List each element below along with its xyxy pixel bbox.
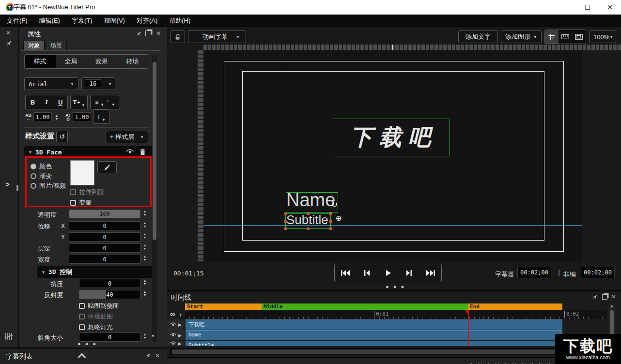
menu-file[interactable]: 文件(F): [7, 16, 28, 25]
offset-y-field[interactable]: 0: [69, 232, 140, 242]
delete-trash-icon[interactable]: [140, 149, 146, 155]
close-button[interactable]: ✕: [599, 0, 621, 15]
scroll-down-arrow[interactable]: ▼: [151, 334, 155, 338]
checkbox-map-to-sides[interactable]: [79, 303, 85, 309]
name-object-selection[interactable]: Name: [286, 192, 338, 212]
titles-list-pin-icon[interactable]: [144, 352, 151, 359]
opacity-spinner[interactable]: ▲▼: [142, 210, 148, 216]
track2-clip[interactable]: Name: [186, 330, 562, 340]
menu-help[interactable]: 帮助(H): [169, 16, 190, 25]
go-to-start-button[interactable]: [335, 264, 356, 282]
keyframe-tally-icon[interactable]: [4, 332, 14, 341]
depth-spinner[interactable]: ▲▼: [142, 243, 148, 250]
tab-scene[interactable]: 场景: [46, 41, 67, 50]
pin-icon[interactable]: [135, 30, 142, 37]
kerning-spinner[interactable]: ▲▼: [54, 114, 60, 121]
handle-mr[interactable]: [329, 220, 332, 223]
track1-eye-icon[interactable]: [170, 322, 176, 327]
offset-x-spinner[interactable]: ▲▼: [142, 221, 148, 228]
text-transform-button[interactable]: T+▼: [70, 95, 88, 109]
handle-bm[interactable]: [307, 228, 310, 230]
segment-middle[interactable]: Middle: [262, 303, 468, 310]
radio-image-video[interactable]: [31, 183, 36, 189]
play-button[interactable]: [377, 264, 399, 282]
add-shape-button[interactable]: 添加图形▼: [501, 30, 542, 43]
eyedropper-button[interactable]: [97, 161, 117, 173]
kerning-field[interactable]: 1.00: [33, 112, 52, 122]
lock-button[interactable]: [171, 30, 185, 43]
canvas-resize-handle[interactable]: ● ● ●: [386, 284, 405, 289]
zoom-select[interactable]: 100%▼: [589, 30, 616, 43]
track3-clip[interactable]: Subtitle: [186, 341, 562, 346]
color-swatch[interactable]: [70, 160, 94, 185]
bevel-spinner[interactable]: ▲▼: [142, 333, 148, 339]
track2-eye-icon[interactable]: [170, 333, 176, 337]
title-object-text[interactable]: 下载吧: [333, 119, 450, 156]
underline-button[interactable]: U: [53, 99, 67, 106]
checkbox-stretch-to-segment[interactable]: [70, 189, 76, 195]
checkbox-ignore-lights[interactable]: [79, 324, 85, 330]
track1-expand-icon[interactable]: ▶: [178, 322, 182, 327]
minimize-button[interactable]: —: [554, 0, 576, 15]
go-to-end-button[interactable]: [420, 264, 441, 282]
extrude-field[interactable]: 0: [79, 279, 140, 288]
radio-gradient[interactable]: [31, 173, 36, 179]
reflect-slider[interactable]: 40: [79, 290, 140, 299]
track3-expand-icon[interactable]: ▶: [178, 341, 182, 346]
timeline-float-icon[interactable]: [602, 294, 607, 300]
timeline-hscrollbar[interactable]: [171, 348, 607, 355]
nle-duration-field[interactable]: 00:02;00: [581, 267, 615, 278]
font-family-select[interactable]: Arial▼: [24, 77, 78, 90]
track3-eye-icon[interactable]: [170, 341, 176, 346]
subtab-global[interactable]: 全局: [56, 55, 87, 68]
subtab-transition[interactable]: 转场: [117, 55, 148, 68]
reflect-spinner[interactable]: ▲▼: [142, 290, 148, 297]
rail-close-icon[interactable]: ✕: [6, 30, 11, 36]
menu-align[interactable]: 对齐(A): [137, 16, 157, 25]
timeline-ruler[interactable]: 0:01 0:02: [185, 310, 606, 319]
track1-clip[interactable]: 下载吧: [186, 319, 562, 330]
panel-close-icon[interactable]: ✕: [156, 30, 161, 37]
timeline-close-icon[interactable]: ✕: [611, 293, 616, 300]
leading-field[interactable]: 1.00: [73, 112, 91, 122]
previous-frame-button[interactable]: [356, 264, 377, 282]
maximize-button[interactable]: ☐: [576, 0, 599, 15]
width-spinner[interactable]: ▲▼: [142, 255, 148, 261]
checkbox-environment-map[interactable]: [79, 314, 85, 319]
menu-title[interactable]: 字幕(T): [72, 16, 93, 25]
add-style-layer-button[interactable]: + 样式层▼: [106, 131, 148, 143]
handle-tm[interactable]: [307, 212, 310, 215]
canvas-viewport[interactable]: 下载吧 Name ↻ Subtitle ⊕: [203, 50, 582, 261]
panel-drag-handle[interactable]: ●●●: [16, 185, 19, 191]
segment-end[interactable]: End: [468, 303, 562, 310]
collapse-up-icon[interactable]: [78, 353, 86, 362]
grid-toggle[interactable]: [545, 30, 559, 44]
segment-start[interactable]: Start: [185, 303, 262, 310]
loop-icon[interactable]: ∞: [170, 311, 175, 318]
subtitle-object-selection[interactable]: Subtitle: [285, 213, 331, 229]
hscroll-thumb[interactable]: [172, 349, 559, 354]
text-style-button[interactable]: T▼: [93, 109, 109, 124]
handle-br[interactable]: [329, 228, 332, 230]
panel-resize-handle[interactable]: ● ● ●: [78, 341, 97, 347]
line-spacing-button[interactable]: ÷: [106, 99, 109, 106]
timeline-pin-icon[interactable]: [591, 294, 598, 301]
opacity-slider[interactable]: 100: [69, 210, 140, 218]
next-frame-button[interactable]: [399, 264, 420, 282]
subtab-effect[interactable]: 效果: [86, 55, 117, 68]
playhead-line[interactable]: [468, 310, 469, 346]
track2-expand-icon[interactable]: ▶: [178, 333, 182, 338]
vscroll-up-arrow[interactable]: ▲: [610, 304, 614, 308]
title-object-selection[interactable]: 下载吧: [333, 119, 450, 156]
font-size-select[interactable]: 16▼: [81, 77, 115, 90]
playhead-marker[interactable]: [465, 310, 470, 314]
safe-area-toggle[interactable]: [572, 30, 586, 44]
collapse-chevron-icon[interactable]: ▼: [29, 150, 31, 154]
float-panel-icon[interactable]: [145, 30, 151, 36]
align-button[interactable]: ≡: [95, 99, 98, 106]
add-track-icon[interactable]: +: [179, 311, 183, 318]
menu-view[interactable]: 视图(V): [104, 16, 125, 25]
width-field[interactable]: 0: [69, 255, 140, 264]
panel-scrollbar-thumb[interactable]: [153, 62, 156, 240]
offset-x-field[interactable]: 0: [69, 221, 140, 230]
